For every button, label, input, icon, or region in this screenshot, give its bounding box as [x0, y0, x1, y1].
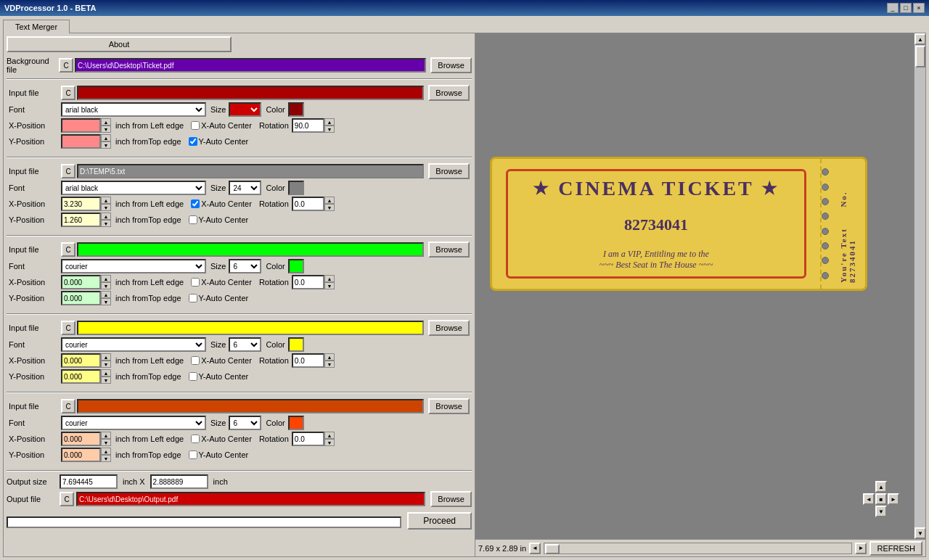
input-file-1-browse-btn[interactable]: Browse — [428, 85, 470, 101]
rot-2-input[interactable] — [292, 197, 324, 211]
input-file-2-browse-btn[interactable]: Browse — [428, 163, 470, 179]
font-2-select[interactable]: arial black — [61, 181, 206, 195]
ypos-4-input[interactable] — [61, 369, 101, 384]
ypos-3-spin[interactable]: ▲ ▼ — [101, 291, 111, 305]
size-1-select[interactable] — [229, 102, 261, 117]
hole-4 — [822, 213, 829, 220]
proceed-button[interactable]: Proceed — [407, 512, 472, 530]
color-5-box[interactable] — [288, 416, 304, 430]
size-3-select[interactable]: 6 — [229, 259, 261, 273]
input-file-4-browse-btn[interactable]: Browse — [428, 320, 470, 336]
input-file-1-input[interactable] — [77, 86, 424, 100]
input-file-4-input[interactable] — [77, 321, 424, 335]
window-controls: _ □ × — [887, 3, 925, 13]
size-4-select[interactable]: 6 — [229, 337, 261, 352]
output-c-btn[interactable]: C — [60, 492, 74, 506]
color-3-box[interactable] — [288, 259, 304, 273]
nav-down-arrow[interactable]: ▼ — [875, 506, 887, 517]
color-2-box[interactable] — [288, 181, 304, 195]
input-file-5-input[interactable] — [77, 399, 424, 413]
ypos-4-spin[interactable]: ▲ ▼ — [101, 369, 111, 384]
ypos-1-spin[interactable]: ▲ ▼ — [101, 134, 111, 149]
yauto-2-checkbox[interactable] — [189, 215, 197, 224]
h-scroll-left-btn[interactable]: ◄ — [529, 543, 541, 554]
ypos-2-spin[interactable]: ▲ ▼ — [101, 213, 111, 227]
output-file-input[interactable] — [76, 492, 425, 506]
xpos-1-spin[interactable]: ▲ ▼ — [101, 118, 111, 133]
background-browse-btn[interactable]: Browse — [430, 57, 472, 73]
background-file-input[interactable] — [75, 58, 426, 73]
output-height-input[interactable] — [150, 474, 208, 489]
font-3-label: Font — [9, 262, 60, 271]
scroll-thumb[interactable] — [915, 46, 925, 67]
input-file-1-c-btn[interactable]: C — [61, 86, 75, 100]
output-width-input[interactable] — [60, 474, 118, 489]
minimize-btn[interactable]: _ — [887, 3, 899, 13]
xpos-3-spin[interactable]: ▲ ▼ — [101, 275, 111, 289]
tab-text-merger[interactable]: Text Merger — [3, 20, 70, 33]
size-5-select[interactable]: 6 — [229, 416, 261, 430]
ypos-5-spin[interactable]: ▲ ▼ — [101, 448, 111, 462]
input-file-5-browse-btn[interactable]: Browse — [428, 398, 470, 414]
input-file-3-c-btn[interactable]: C — [61, 242, 75, 257]
xauto-3-checkbox[interactable] — [191, 278, 200, 287]
xpos-5-input[interactable] — [61, 432, 101, 446]
close-btn[interactable]: × — [913, 3, 925, 13]
scroll-down-btn[interactable]: ▼ — [914, 527, 925, 539]
xpos-4-input[interactable] — [61, 353, 101, 368]
xauto-1-checkbox[interactable] — [191, 121, 200, 130]
background-c-btn[interactable]: C — [59, 58, 73, 73]
input-file-2-input[interactable] — [77, 164, 424, 178]
nav-up-arrow[interactable]: ▲ — [875, 481, 887, 493]
preview-canvas: ★ CINEMA TICKET ★ 82734041 I am a VIP, E… — [475, 33, 914, 539]
refresh-button[interactable]: REFRESH — [869, 541, 922, 556]
ypos-5-input[interactable] — [61, 448, 101, 462]
output-browse-btn[interactable]: Browse — [430, 491, 472, 507]
input-file-4-c-btn[interactable]: C — [61, 321, 75, 335]
scroll-up-btn[interactable]: ▲ — [914, 33, 925, 45]
maximize-btn[interactable]: □ — [900, 3, 912, 13]
xauto-5-checkbox[interactable] — [191, 435, 200, 443]
font-1-select[interactable]: arial black — [61, 102, 206, 117]
rot-1-input[interactable] — [292, 118, 324, 133]
color-4-box[interactable] — [288, 337, 304, 352]
xpos-5-spin[interactable]: ▲ ▼ — [101, 432, 111, 446]
rot-5-input[interactable] — [292, 432, 324, 446]
input-file-5-label: Input file — [9, 402, 60, 411]
yauto-5-checkbox[interactable] — [189, 450, 197, 459]
input-file-2-group: Input file C Browse Font arial black Siz… — [7, 161, 472, 231]
xauto-2-checkbox[interactable] — [191, 199, 200, 208]
about-button[interactable]: About — [7, 36, 232, 52]
xpos-2-spin[interactable]: ▲ ▼ — [101, 197, 111, 211]
h-scrollbar[interactable] — [544, 543, 852, 554]
h-scroll-right-btn[interactable]: ► — [855, 543, 867, 554]
xpos-3-input[interactable] — [61, 275, 101, 289]
color-1-box[interactable] — [288, 102, 304, 117]
rot-3-input[interactable] — [292, 275, 324, 289]
size-2-select[interactable]: 24 — [229, 181, 261, 195]
rot-4-input[interactable] — [292, 353, 324, 368]
nav-right-arrow[interactable]: ► — [888, 493, 899, 505]
ypos-3-input[interactable] — [61, 291, 101, 305]
nav-center[interactable]: ■ — [875, 493, 887, 505]
font-3-select[interactable]: courier — [61, 259, 206, 273]
yauto-4-checkbox[interactable] — [189, 372, 197, 381]
xauto-4-checkbox[interactable] — [191, 356, 200, 365]
input-file-1-row: Input file C Browse — [9, 85, 470, 101]
ypos-2-input[interactable] — [61, 213, 101, 227]
input-file-2-c-btn[interactable]: C — [61, 164, 75, 178]
h-scroll-thumb[interactable] — [545, 544, 560, 554]
xpos-4-spin[interactable]: ▲ ▼ — [101, 353, 111, 368]
yauto-3-checkbox[interactable] — [189, 294, 197, 302]
input-file-3-browse-btn[interactable]: Browse — [428, 242, 470, 258]
input-file-3-input[interactable] — [77, 242, 424, 257]
ypos-1-input[interactable] — [61, 134, 101, 149]
input-file-5-c-btn[interactable]: C — [61, 399, 75, 413]
nav-left-arrow[interactable]: ◄ — [863, 493, 875, 505]
xpos-2-input[interactable] — [61, 197, 101, 211]
yauto-1-checkbox[interactable] — [189, 137, 197, 146]
font-4-select[interactable]: courier — [61, 337, 206, 352]
v-scrollbar[interactable]: ▲ ▼ — [914, 33, 925, 539]
font-5-select[interactable]: courier — [61, 416, 206, 430]
xpos-1-input[interactable] — [61, 118, 101, 133]
